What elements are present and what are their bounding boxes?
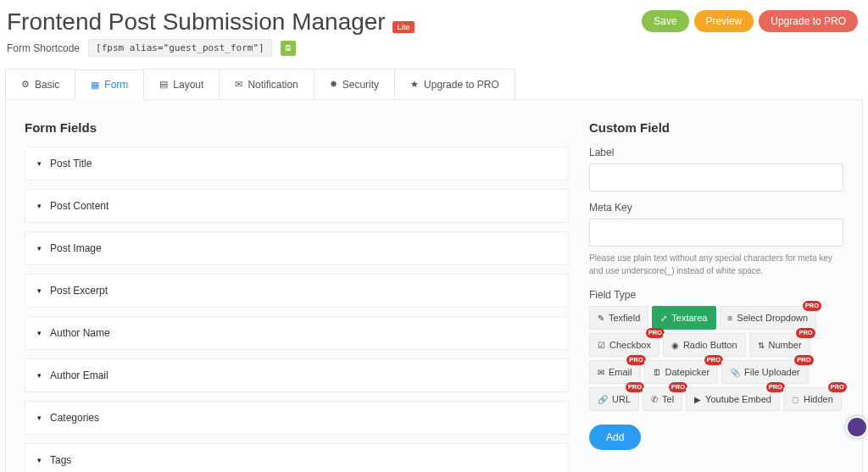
tab-notification[interactable]: ✉Notification xyxy=(219,69,314,99)
field-type-grid: ✎Texfield⤢Textarea≡Select DropdownPRO☑Ch… xyxy=(589,306,843,411)
datepicker-icon: 🗓 xyxy=(653,368,661,377)
fieldtype-label: Textarea xyxy=(671,313,707,323)
form-icon: ▦ xyxy=(91,80,99,91)
fieldtype-hidden[interactable]: ◌HiddenPRO xyxy=(783,387,842,411)
metakey-field-label: Meta Key xyxy=(589,202,843,214)
form-field-row[interactable]: ▾Author Name xyxy=(25,316,569,350)
pro-badge: PRO xyxy=(796,328,815,338)
select-dropdown-icon: ≡ xyxy=(728,314,733,323)
save-button[interactable]: Save xyxy=(642,10,688,32)
fieldtype-texfield[interactable]: ✎Texfield xyxy=(589,306,648,330)
top-actions: Save Preview Upgrade to PRO xyxy=(642,8,858,32)
tab-label: Notification xyxy=(248,79,298,91)
metakey-input[interactable] xyxy=(589,219,843,247)
upgrade-button[interactable]: Upgrade to PRO xyxy=(759,10,858,32)
fieldtype-label: URL xyxy=(612,394,631,404)
url-icon: 🔗 xyxy=(598,395,608,404)
pro-badge: PRO xyxy=(794,355,813,365)
fieldtype-radio-button[interactable]: ◉Radio Button xyxy=(663,333,746,357)
form-field-label: Post Image xyxy=(50,242,102,254)
form-field-row[interactable]: ▾Post Image xyxy=(25,231,569,265)
tab-form[interactable]: ▦Form xyxy=(75,69,144,100)
lite-badge: Lite xyxy=(392,21,415,33)
label-input[interactable] xyxy=(589,164,843,192)
notification-icon: ✉ xyxy=(235,79,242,90)
form-field-label: Post Title xyxy=(50,158,92,169)
fieldtype-checkbox[interactable]: ☑CheckboxPRO xyxy=(589,333,659,357)
fieldtype-url[interactable]: 🔗URLPRO xyxy=(589,387,639,411)
caret-down-icon: ▾ xyxy=(37,159,42,168)
pro-badge: PRO xyxy=(803,301,821,311)
fieldtype-textarea[interactable]: ⤢Textarea xyxy=(652,306,715,330)
radio-button-icon: ◉ xyxy=(671,341,679,350)
tab-layout[interactable]: ▤Layout xyxy=(143,69,220,99)
custom-field-title: Custom Field xyxy=(589,120,843,135)
form-fields-list: ▾Post Title▾Post Content▾Post Image▾Post… xyxy=(25,147,569,472)
form-field-row[interactable]: ▾Tags xyxy=(25,443,569,472)
form-field-row[interactable]: ▾Author Email xyxy=(25,358,569,392)
layout-icon: ▤ xyxy=(159,79,168,90)
tab-upgrade-to-pro[interactable]: ★Upgrade to PRO xyxy=(394,69,515,99)
form-fields-title: Form Fields xyxy=(25,120,569,135)
form-field-label: Author Name xyxy=(50,327,110,339)
tab-security[interactable]: ✸Security xyxy=(314,69,395,99)
caret-down-icon: ▾ xyxy=(37,371,42,380)
form-field-row[interactable]: ▾Post Excerpt xyxy=(25,274,569,308)
form-field-label: Post Content xyxy=(50,200,108,212)
fieldtype-label: Youtube Embed xyxy=(705,394,771,404)
fieldtype-email[interactable]: ✉EmailPRO xyxy=(589,360,641,384)
fieldtype-file-uploader[interactable]: 📎File UploaderPRO xyxy=(721,360,808,384)
pro-badge: PRO xyxy=(766,382,785,392)
number-icon: ⇅ xyxy=(758,341,765,350)
form-field-row[interactable]: ▾Post Title xyxy=(25,147,569,180)
caret-down-icon: ▾ xyxy=(37,414,42,422)
form-field-label: Post Excerpt xyxy=(50,285,108,297)
textarea-icon: ⤢ xyxy=(660,314,667,323)
fieldtype-label: Field Type xyxy=(589,289,843,301)
fieldtype-label: Radio Button xyxy=(683,340,737,350)
preview-button[interactable]: Preview xyxy=(694,10,754,32)
tab-label: Basic xyxy=(35,79,59,91)
email-icon: ✉ xyxy=(598,368,604,377)
copy-shortcode-button[interactable]: 🗎 xyxy=(281,41,296,56)
caret-down-icon: ▾ xyxy=(37,456,42,464)
form-field-row[interactable]: ▾Categories xyxy=(25,401,569,435)
youtube-embed-icon: ▶ xyxy=(694,395,701,404)
pro-badge: PRO xyxy=(626,382,644,392)
form-field-label: Author Email xyxy=(50,369,108,381)
page-title: Frontend Post Submission Manager xyxy=(7,8,386,36)
fieldtype-select-dropdown[interactable]: ≡Select DropdownPRO xyxy=(720,306,817,330)
checkbox-icon: ☑ xyxy=(598,341,605,350)
fieldtype-datepicker[interactable]: 🗓DatepickerPRO xyxy=(644,360,719,384)
upgrade-to-pro-icon: ★ xyxy=(410,79,419,90)
fieldtype-label: Tel xyxy=(662,394,674,404)
fieldtype-number[interactable]: ⇅NumberPRO xyxy=(749,333,810,357)
caret-down-icon: ▾ xyxy=(37,286,42,295)
shortcode-value: [fpsm alias="guest_post_form"] xyxy=(88,39,272,57)
texfield-icon: ✎ xyxy=(598,314,604,323)
form-field-row[interactable]: ▾Post Content xyxy=(25,189,569,223)
caret-down-icon: ▾ xyxy=(37,244,42,253)
fieldtype-label: Email xyxy=(609,367,632,377)
metakey-hint: Please use plain text without any specia… xyxy=(589,252,843,277)
tab-label: Form xyxy=(104,79,128,91)
help-fab[interactable] xyxy=(846,416,868,438)
tab-basic[interactable]: ⚙Basic xyxy=(5,69,75,99)
form-field-label: Categories xyxy=(50,412,99,424)
pro-badge: PRO xyxy=(828,382,847,392)
fieldtype-label: File Uploader xyxy=(744,367,799,377)
fieldtype-label: Checkbox xyxy=(609,340,651,350)
tab-label: Upgrade to PRO xyxy=(424,79,499,91)
caret-down-icon: ▾ xyxy=(37,329,42,337)
tab-bar: ⚙Basic▦Form▤Layout✉Notification✸Security… xyxy=(5,69,863,100)
tel-icon: ✆ xyxy=(651,395,658,404)
caret-down-icon: ▾ xyxy=(37,202,42,210)
fieldtype-youtube-embed[interactable]: ▶Youtube EmbedPRO xyxy=(686,387,780,411)
hidden-icon: ◌ xyxy=(792,395,799,404)
label-field-label: Label xyxy=(589,147,843,158)
tab-label: Layout xyxy=(173,79,203,91)
fieldtype-label: Hidden xyxy=(804,394,833,404)
fieldtype-tel[interactable]: ✆TelPRO xyxy=(643,387,682,411)
add-button[interactable]: Add xyxy=(589,425,641,450)
pro-badge: PRO xyxy=(704,355,723,365)
